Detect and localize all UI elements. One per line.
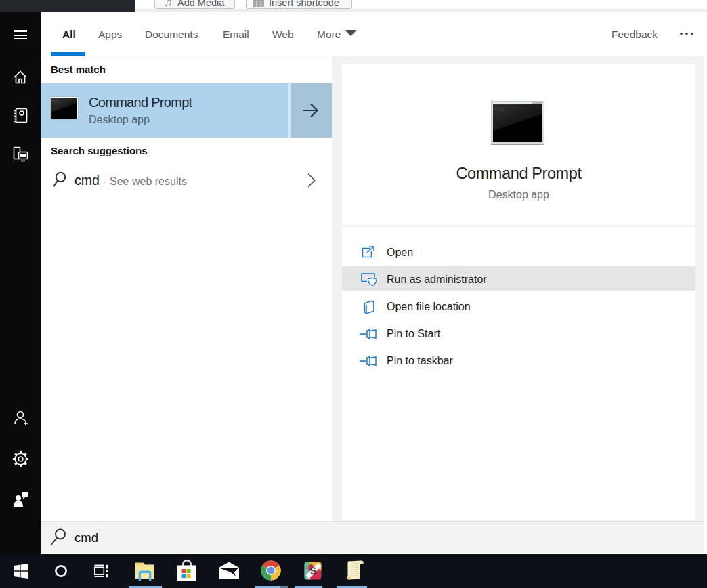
svg-text:C:\_: C:\_ [495, 107, 505, 112]
svg-text:C:\_: C:\_ [53, 100, 60, 103]
